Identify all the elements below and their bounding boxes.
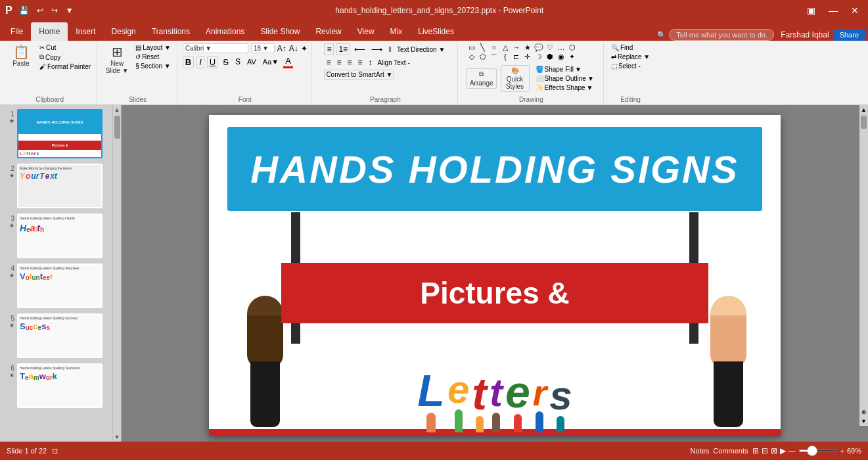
shape-heart[interactable]: ♡ [545,43,555,52]
slide-thumb-4[interactable]: Hands holding Letters Spelling Volunteer… [17,264,103,308]
new-slide-button[interactable]: ⊞ NewSlide ▼ [103,43,131,76]
reset-button[interactable]: ↺ Reset [133,53,173,61]
tab-view[interactable]: View [350,22,382,41]
undo-button[interactable]: ↩ [34,5,46,16]
zoom-slider[interactable] [798,449,838,452]
slide-item-6[interactable]: 6 ★ Hands holding Letters Spelling Teamw… [1,363,111,408]
select-button[interactable]: ⬚ Select - [609,62,652,70]
view-reading-button[interactable]: ⊠ [771,446,777,455]
quick-styles-button[interactable]: 🎨 QuickStyles [501,65,530,92]
format-painter-button[interactable]: 🖌 Format Painter [37,62,93,71]
clear-format-button[interactable]: ✦ [301,44,308,53]
text-direction-button[interactable]: Text Direction ▼ [396,45,446,54]
slide-item-2[interactable]: 2 ★ Make Words by changing the letters Y… [1,164,111,208]
layout-button[interactable]: ▤ Layout ▼ [133,43,173,52]
slide-item-3[interactable]: 3 ★ Hands holding Letters Spelling Healt… [1,214,111,258]
shape-db[interactable]: ⊏ [511,53,522,62]
dec-indent-button[interactable]: ⟵ [352,44,367,55]
bullets-button[interactable]: ≡ [324,43,334,55]
section-button[interactable]: § Section ▼ [133,62,173,70]
tab-transitions[interactable]: Transitions [144,22,198,41]
copy-button[interactable]: ⧉ Copy [37,53,93,62]
view-normal-button[interactable]: ⊞ [752,446,759,455]
slide-item-5[interactable]: 5 ★ Hands holding Letters Spelling Succe… [1,313,111,358]
comments-button[interactable]: Comments [713,447,748,455]
tab-design[interactable]: Design [103,22,143,41]
shape-sq2[interactable]: ◇ [467,53,477,62]
scroll-up-button[interactable]: ▲ [113,105,122,114]
tab-insert[interactable]: Insert [68,22,103,41]
tab-animations[interactable]: Animations [198,22,252,41]
underline-button[interactable]: U [207,56,218,68]
canvas-scrollbar[interactable]: ▲ ⊕ ▼ [859,105,868,426]
columns-button[interactable]: ⦀ [386,44,394,55]
shape-rectangle[interactable]: ▭ [467,43,477,52]
align-right-button[interactable]: ≡ [345,57,354,68]
tab-home[interactable]: Home [31,22,68,41]
slide-thumb-2[interactable]: Make Words by changing the letters Y o u… [17,164,103,208]
font-family-dropdown[interactable]: Calibri ▼ [183,43,248,53]
shape-more[interactable]: … [556,43,566,52]
slide-panel-scrollbar[interactable]: ▲ ▼ [112,105,121,442]
canvas-scroll-thumb[interactable] [861,116,867,129]
font-size-dropdown[interactable]: 18 ▼ [251,43,275,53]
shape-star[interactable]: ★ [522,43,533,52]
find-button[interactable]: 🔍 Find [609,43,652,52]
paste-button[interactable]: 📋 Paste [7,43,35,69]
scroll-thumb[interactable] [114,116,120,139]
shadow-button[interactable]: S [233,57,242,67]
tab-file[interactable]: File [3,22,31,41]
cut-button[interactable]: ✂ Cut [37,43,93,52]
numbering-button[interactable]: 1≡ [336,43,350,55]
change-case-button[interactable]: Aa▼ [261,57,281,66]
bold-button[interactable]: B [183,56,194,68]
notes-button[interactable]: Notes [691,447,710,455]
customize-qat-button[interactable]: ▼ [63,5,76,16]
tab-mix[interactable]: Mix [382,22,411,41]
shape-penta[interactable]: ⬠ [478,53,488,62]
increase-font-button[interactable]: A↑ [277,44,286,53]
shape-moon[interactable]: ☽ [534,53,544,62]
slide-item-4[interactable]: 4 ★ Hands holding Letters Spelling Volun… [1,264,111,308]
close-button[interactable]: ✕ [847,4,863,17]
shape-extra[interactable]: ⬡ [567,43,578,52]
shape-line[interactable]: ╲ [478,43,488,52]
shape-tri[interactable]: △ [500,43,511,52]
shape-curve[interactable]: ⌒ [489,53,499,62]
decrease-font-button[interactable]: A↓ [289,44,298,53]
strikethrough-button[interactable]: S [221,57,231,68]
char-spacing-button[interactable]: AV [245,57,258,66]
shape-fill-button[interactable]: 🪣 Shape Fill ▼ [534,65,596,74]
arrange-button[interactable]: ⧉ Arrange [467,68,497,89]
shape-extra2[interactable]: ⬢ [545,53,555,62]
shape-callout[interactable]: 💬 [534,43,544,52]
canvas-scroll-adjust[interactable]: ⊕ [860,407,868,417]
minimize-button[interactable]: — [825,4,842,17]
line-spacing-button[interactable]: ↕ [366,57,374,68]
view-slide-sorter-button[interactable]: ⊟ [762,446,768,455]
slide-thumb-1[interactable]: HANDS HOLDING SIGNS Pictures & L e t t e… [17,109,103,158]
shape-circle[interactable]: ○ [489,43,499,52]
zoom-out-button[interactable]: — [788,447,796,455]
scroll-down-button[interactable]: ▼ [113,432,122,442]
canvas-scroll-down[interactable]: ▼ [859,417,868,426]
shape-arrow[interactable]: → [511,43,522,52]
replace-button[interactable]: ⇄ Replace ▼ [609,53,652,61]
tell-me-input[interactable] [669,29,774,41]
shape-brace[interactable]: { [500,53,511,62]
view-slideshow-button[interactable]: ▶ [780,446,786,455]
slide-item-1[interactable]: 1 ★ HANDS HOLDING SIGNS Pictures & L e t [1,109,111,158]
shape-outline-button[interactable]: ⬜ Shape Outline ▼ [534,74,596,83]
tab-review[interactable]: Review [308,22,349,41]
share-button[interactable]: Share [833,29,865,41]
align-center-button[interactable]: ≡ [334,57,343,68]
shape-effects-button[interactable]: ✨ Effects Shape ▼ [534,83,596,92]
smartart-button[interactable]: Convert to SmartArt ▼ [324,70,394,80]
shape-extra3[interactable]: ◉ [556,53,566,62]
shape-extra4[interactable]: ✦ [567,53,578,62]
redo-button[interactable]: ↪ [49,5,60,16]
tab-liveslides[interactable]: LiveSlides [410,22,462,41]
font-color-button[interactable]: A [283,55,293,68]
restore-button[interactable]: ▣ [803,4,819,17]
save-button[interactable]: 💾 [16,5,32,16]
